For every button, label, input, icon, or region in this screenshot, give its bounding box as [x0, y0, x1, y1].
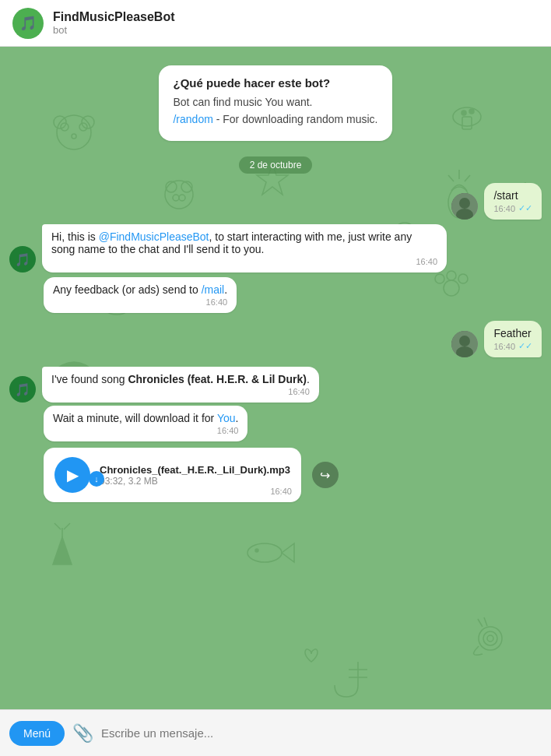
- feather-check: ✓✓: [518, 341, 532, 351]
- user-avatar-start: [451, 193, 478, 220]
- msg-row-feather: Feather 16:40 ✓✓: [451, 321, 542, 357]
- audio-info: Chronicles_(feat._H.E.R._Lil_Durk).mp3 0…: [100, 464, 290, 487]
- bot2-link[interactable]: /mail: [202, 283, 225, 296]
- play-button[interactable]: ▶: [54, 457, 90, 493]
- messages-container: ¿Qué puede hacer este bot? Bot can find …: [0, 47, 551, 709]
- forward-button[interactable]: ↪: [312, 462, 339, 488]
- feather-text: Feather: [493, 327, 531, 339]
- audio-bubble[interactable]: ▶ ↓ Chronicles_(feat._H.E.R._Lil_Durk).m…: [44, 448, 301, 502]
- bot-avatar: 🎵: [12, 8, 44, 39]
- download-badge: ↓: [89, 471, 104, 487]
- wait-time: 16:40: [217, 426, 239, 435]
- intro-random: /random - For downloading random music.: [173, 113, 377, 125]
- wait-link: You: [217, 412, 236, 424]
- random-link[interactable]: /random: [173, 113, 212, 125]
- audio-meta: 03:32, 3.2 MB: [100, 476, 290, 487]
- message-input[interactable]: [101, 726, 542, 740]
- bot1-link[interactable]: @FindMusicPleaseBot: [99, 230, 209, 243]
- found-pre: I've found song Chronicles (feat. H.E.R.…: [51, 373, 310, 385]
- bot-avatar-msg: 🎵: [9, 246, 36, 273]
- date-divider: 2 de octubre: [239, 156, 313, 174]
- menu-button[interactable]: Menú: [9, 721, 65, 746]
- start-cmd-text: /start: [493, 189, 518, 202]
- msg-row-found: 🎵 I've found song Chronicles (feat. H.E.…: [9, 367, 542, 403]
- msg-row-bot2: Any feedback (or ads) send to /mail. 16:…: [9, 277, 542, 313]
- bubble-wait: Wait a minute, will download it for You.…: [44, 406, 247, 441]
- intro-desc: Bot can find music You want.: [173, 96, 377, 108]
- bubble-bot2: Any feedback (or ads) send to /mail. 16:…: [44, 277, 237, 313]
- chat-area: ¿Qué puede hacer este bot? Bot can find …: [0, 47, 551, 709]
- msg-row-bot1: 🎵 Hi, this is @FindMusicPleaseBot, to st…: [9, 224, 447, 273]
- bot1-time: 16:40: [416, 257, 437, 266]
- header-info: FindMusicPleaseBot bot: [53, 10, 174, 36]
- start-check: ✓✓: [518, 203, 532, 213]
- found-time: 16:40: [288, 387, 310, 396]
- bot-subtitle: bot: [53, 24, 174, 36]
- intro-question: ¿Qué puede hacer este bot?: [173, 76, 377, 90]
- audio-time: 16:40: [270, 487, 292, 496]
- audio-title: Chronicles_(feat._H.E.R._Lil_Durk).mp3: [100, 464, 290, 476]
- bot1-text-pre: Hi, this is: [51, 230, 99, 243]
- bot2-time: 16:40: [206, 297, 228, 307]
- feather-time: 16:40: [493, 342, 515, 351]
- wait-text-post: .: [236, 412, 239, 424]
- input-bar: Menú 📎: [0, 709, 551, 756]
- msg-row-audio: ▶ ↓ Chronicles_(feat._H.E.R._Lil_Durk).m…: [9, 448, 542, 502]
- svg-point-47: [459, 198, 470, 209]
- bubble-feather: Feather 16:40 ✓✓: [484, 321, 542, 357]
- bot-name: FindMusicPleaseBot: [53, 10, 174, 24]
- bubble-start: /start 16:40 ✓✓: [484, 183, 542, 220]
- audio-size: 3.2 MB: [128, 476, 158, 487]
- user-avatar-feather: [451, 331, 478, 357]
- wait-text-pre: Wait a minute, will download it for: [53, 412, 217, 424]
- bot2-text-post: .: [224, 283, 227, 296]
- bubble-found: I've found song Chronicles (feat. H.E.R.…: [42, 367, 319, 403]
- bot2-text-pre: Any feedback (or ads) send to: [53, 283, 202, 296]
- start-time: 16:40: [493, 204, 515, 213]
- chat-header: 🎵 FindMusicPleaseBot bot: [0, 0, 551, 47]
- msg-row-wait: Wait a minute, will download it for You.…: [9, 406, 542, 441]
- svg-point-50: [459, 336, 470, 346]
- msg-row-start: /start 16:40 ✓✓: [451, 183, 542, 220]
- bot-avatar-found: 🎵: [9, 376, 36, 403]
- attach-button[interactable]: 📎: [72, 723, 93, 744]
- bubble-bot1: Hi, this is @FindMusicPleaseBot, to star…: [42, 224, 447, 273]
- intro-bubble: ¿Qué puede hacer este bot? Bot can find …: [159, 65, 391, 141]
